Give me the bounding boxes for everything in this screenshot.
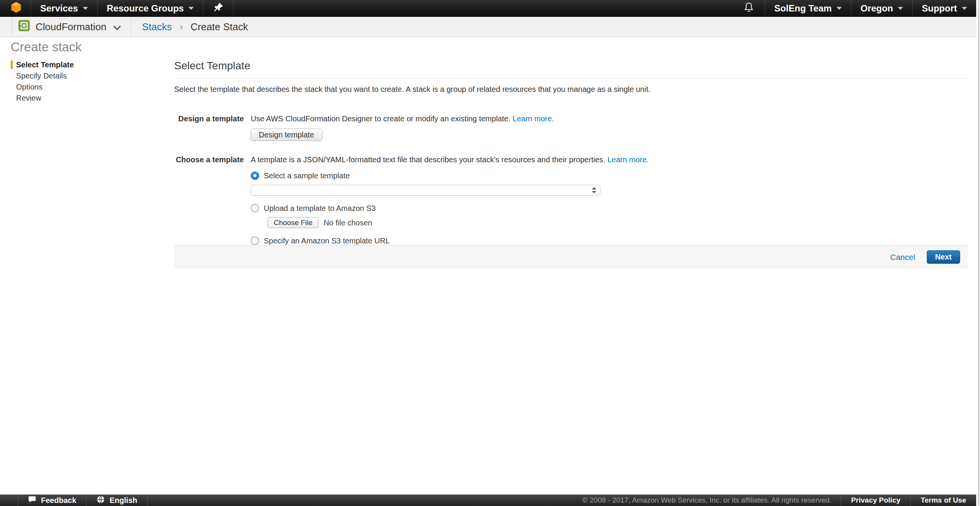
top-nav-right: SolEng Team Oregon Support [733,0,976,17]
top-nav: Services Resource Groups [0,0,976,17]
nav-services[interactable]: Services [31,0,97,17]
breadcrumb-current-page: Create Stack [191,21,248,33]
wizard-step-options[interactable]: Options [11,83,156,91]
next-button[interactable]: Next [927,250,960,264]
design-template-text: Use AWS CloudFormation Designer to creat… [251,114,968,124]
feedback-label: Feedback [41,496,76,505]
design-template-label: Design a template [174,114,244,124]
design-template-content: Use AWS CloudFormation Designer to creat… [251,114,968,141]
choose-template-text: A template is a JSON/YAML-formatted text… [251,155,968,165]
bell-icon [743,2,755,15]
design-template-button[interactable]: Design template [251,129,322,141]
nav-services-label: Services [40,3,78,14]
radio-sample-template-label[interactable]: Select a sample template [264,171,350,181]
radio-s3-url-label[interactable]: Specify an Amazon S3 template URL [264,236,390,246]
breadcrumb: CloudFormation Stacks › Create Stack [0,17,976,37]
bottom-bar-left: Feedback English [18,495,148,506]
design-template-row: Design a template Use AWS CloudFormation… [174,114,968,141]
nav-account-label: SolEng Team [774,3,831,14]
language-button[interactable]: English [87,495,147,506]
page-title: Create stack [11,40,82,54]
nav-resource-groups-label: Resource Groups [107,3,184,14]
file-upload-row: Choose File No file chosen [268,217,968,228]
bottom-bar-divider [147,495,148,506]
radio-s3-url[interactable] [251,237,259,245]
language-icon [96,495,109,506]
chevron-down-icon [113,21,121,33]
nav-support-label: Support [922,3,957,14]
service-switcher[interactable]: CloudFormation [11,17,131,37]
radio-row-s3-url[interactable]: Specify an Amazon S3 template URL [251,236,968,246]
nav-divider [233,0,234,17]
pin-icon [213,2,223,15]
file-status-text: No file chosen [323,218,372,228]
breadcrumb-stacks-link[interactable]: Stacks [142,21,172,33]
chevron-down-icon [962,7,967,10]
wizard-step-select-template[interactable]: Select Template [11,60,156,69]
cloudformation-icon [18,20,30,34]
bottom-bar-right: © 2008 - 2017, Amazon Web Services, Inc.… [573,495,976,506]
breadcrumb-separator-icon: › [180,21,183,33]
chevron-down-icon [83,7,88,10]
language-label: English [109,496,137,505]
wizard-footer: Cancel Next [174,245,968,269]
terms-of-use-link[interactable]: Terms of Use [911,495,976,506]
cancel-button[interactable]: Cancel [890,253,915,262]
scrollbar-track[interactable] [976,0,980,506]
radio-upload-template[interactable] [251,204,259,212]
pin-shortcut-button[interactable] [203,0,233,17]
heading-divider [174,78,968,78]
sample-template-select[interactable] [251,185,600,196]
nav-resource-groups[interactable]: Resource Groups [98,0,203,17]
select-stepper-icon [592,187,596,193]
wizard-steps: Select Template Specify Details Options … [11,60,156,105]
choose-file-button[interactable]: Choose File [268,217,318,228]
feedback-icon [28,495,41,506]
radio-row-sample-template[interactable]: Select a sample template [251,171,968,181]
section-description: Select the template that describes the s… [174,85,968,94]
nav-region-label: Oregon [861,3,893,14]
notifications-button[interactable] [733,0,764,17]
aws-logo-icon [10,1,22,16]
chevron-down-icon [836,7,842,10]
bottom-bar: Feedback English © 2008 - 2017, Amazon W… [0,495,976,506]
radio-sample-template[interactable] [251,171,259,180]
privacy-policy-link[interactable]: Privacy Policy [841,495,910,506]
design-template-text-body: Use AWS CloudFormation Designer to creat… [251,114,510,123]
chevron-down-icon [188,7,194,10]
feedback-button[interactable]: Feedback [18,495,86,506]
wizard-step-review[interactable]: Review [11,94,156,102]
chevron-down-icon [898,7,903,10]
choose-template-text-body: A template is a JSON/YAML-formatted text… [251,155,605,164]
radio-row-upload-template[interactable]: Upload a template to Amazon S3 [251,203,968,213]
main-content: Select Template Select the template that… [174,60,968,262]
breadcrumb-service-name: CloudFormation [36,21,106,33]
design-learn-more-link[interactable]: Learn more. [513,114,554,123]
copyright-text: © 2008 - 2017, Amazon Web Services, Inc.… [573,495,841,506]
top-nav-left: Services Resource Groups [0,0,234,17]
section-heading: Select Template [174,60,968,72]
nav-account-menu[interactable]: SolEng Team [765,0,851,17]
nav-region-menu[interactable]: Oregon [851,0,912,17]
wizard-step-specify-details[interactable]: Specify Details [11,72,156,80]
aws-logo[interactable] [0,0,31,17]
choose-template-label: Choose a template [174,155,244,165]
radio-upload-template-label[interactable]: Upload a template to Amazon S3 [264,203,376,213]
nav-support-menu[interactable]: Support [913,0,976,17]
choose-learn-more-link[interactable]: Learn more. [608,155,649,164]
